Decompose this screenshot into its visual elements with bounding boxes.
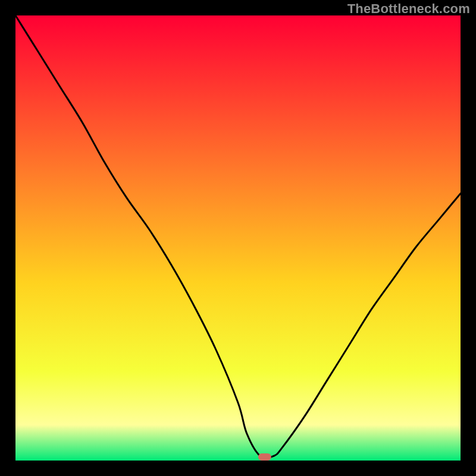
chart-svg (15, 15, 461, 461)
watermark-text: TheBottleneck.com (347, 1, 470, 17)
chart-background-gradient (15, 15, 461, 461)
chart-frame: TheBottleneck.com (0, 0, 476, 476)
chart-plot-area (15, 15, 461, 461)
optimal-point-marker (258, 453, 271, 461)
